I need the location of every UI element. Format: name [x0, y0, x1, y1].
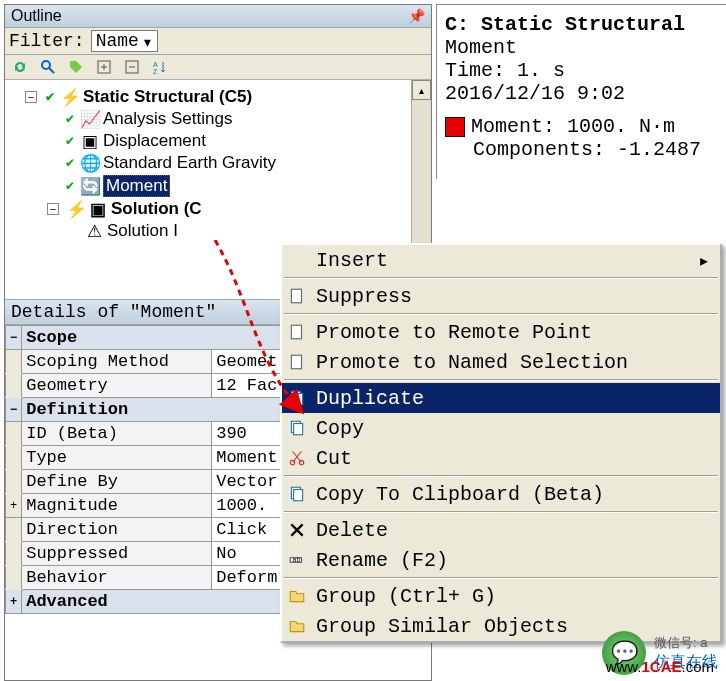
menu-separator [284, 577, 718, 579]
menu-promote-remote[interactable]: Promote to Remote Point [282, 317, 720, 347]
filter-dropdown[interactable]: Name [91, 30, 158, 52]
menu-insert[interactable]: Insert▸ [282, 245, 720, 275]
menu-suppress[interactable]: Suppress [282, 281, 720, 311]
tree-displacement[interactable]: ✔▣Displacement [25, 130, 427, 152]
copy-icon [286, 485, 308, 503]
svg-text:A: A [153, 61, 158, 68]
info-moment: Moment: 1000. N·m [445, 115, 718, 138]
info-panel: C: Static Structural Moment Time: 1. s 2… [436, 4, 726, 179]
collapse-toggle[interactable]: − [25, 91, 37, 103]
scroll-up-icon[interactable]: ▴ [412, 80, 431, 100]
prop-key: Type [22, 446, 212, 470]
lightning-icon: ⚡ [67, 200, 85, 218]
cube-icon: ▣ [89, 200, 107, 218]
tree-solution[interactable]: −⚡▣Solution (C [25, 198, 427, 220]
watermark: 💬 微信号: a 仿真在线 www.1CAE.com [602, 631, 718, 675]
find-icon[interactable] [39, 58, 57, 76]
color-swatch-icon [445, 117, 465, 137]
doc-icon [286, 323, 308, 341]
doc-icon [286, 287, 308, 305]
menu-delete[interactable]: Delete [282, 515, 720, 545]
tree-label: Displacement [103, 131, 206, 151]
check-icon: ✔ [65, 134, 75, 148]
brand-url: www.1CAE.com [606, 658, 714, 675]
folder-icon [286, 617, 308, 635]
menu-copy-clipboard[interactable]: Copy To Clipboard (Beta) [282, 479, 720, 509]
tag-icon[interactable] [67, 58, 85, 76]
tree-moment[interactable]: ✔🔄Moment [25, 174, 427, 198]
expand-icon[interactable] [95, 58, 113, 76]
prop-key: Define By [22, 470, 212, 494]
tree-label: Solution I [107, 221, 178, 241]
gravity-icon: 🌐 [81, 154, 99, 172]
tree-solution-info[interactable]: ⚠Solution I [25, 220, 427, 242]
group-toggle[interactable]: + [6, 590, 22, 614]
check-icon: ✔ [65, 179, 75, 193]
menu-label: Promote to Remote Point [316, 321, 592, 344]
menu-separator [284, 277, 718, 279]
submenu-arrow-icon: ▸ [698, 248, 710, 273]
tree-gravity[interactable]: ✔🌐Standard Earth Gravity [25, 152, 427, 174]
menu-duplicate[interactable]: Duplicate [282, 383, 720, 413]
menu-label: Duplicate [316, 387, 424, 410]
tree-label: Analysis Settings [103, 109, 232, 129]
menu-label: Rename (F2) [316, 549, 448, 572]
outline-tree[interactable]: − ✔ ⚡ Static Structural (C5) ✔📈Analysis … [5, 80, 431, 248]
tree-label-selected: Moment [103, 175, 170, 197]
menu-separator [284, 313, 718, 315]
filter-label: Filter: [9, 31, 85, 51]
tree-label: Static Structural (C5) [83, 87, 252, 107]
svg-text:Z: Z [153, 68, 158, 75]
refresh-icon[interactable] [11, 58, 29, 76]
menu-label: Copy [316, 417, 364, 440]
group-toggle[interactable]: − [6, 326, 22, 350]
cube-icon: ▣ [81, 132, 99, 150]
collapse-toggle[interactable]: − [47, 203, 59, 215]
menu-cut[interactable]: Cut [282, 443, 720, 473]
prop-key: Suppressed [22, 542, 212, 566]
info-line: Moment [445, 36, 718, 59]
menu-promote-named[interactable]: Promote to Named Selection [282, 347, 720, 377]
tree-label: Standard Earth Gravity [103, 153, 276, 173]
group-toggle[interactable]: + [6, 494, 22, 518]
menu-group[interactable]: Group (Ctrl+ G) [282, 581, 720, 611]
menu-copy[interactable]: Copy [282, 413, 720, 443]
tree-static-structural[interactable]: − ✔ ⚡ Static Structural (C5) [25, 86, 427, 108]
menu-label: Promote to Named Selection [316, 351, 628, 374]
info-line: Components: -1.2487 [445, 138, 718, 161]
menu-label: Suppress [316, 285, 412, 308]
menu-label: Insert [316, 249, 388, 272]
folder-icon [286, 587, 308, 605]
filter-row: Filter: Name [5, 28, 431, 55]
doc-icon [286, 353, 308, 371]
svg-text:ab: ab [293, 556, 301, 564]
copy-icon [286, 419, 308, 437]
menu-separator [284, 379, 718, 381]
pin-icon[interactable]: 📌 [408, 8, 425, 24]
prop-key: Scoping Method [22, 350, 212, 374]
svg-rect-10 [291, 325, 301, 339]
tree-label: Solution (C [111, 199, 202, 219]
collapse-icon[interactable] [123, 58, 141, 76]
svg-line-1 [49, 68, 54, 73]
copy-icon [286, 389, 308, 407]
rename-icon: ab [286, 551, 308, 569]
check-icon: ✔ [65, 112, 75, 126]
context-menu: Insert▸ Suppress Promote to Remote Point… [280, 243, 722, 643]
group-toggle[interactable]: − [6, 398, 22, 422]
menu-label: Group Similar Objects [316, 615, 568, 638]
tree-analysis-settings[interactable]: ✔📈Analysis Settings [25, 108, 427, 130]
svg-rect-15 [294, 424, 303, 435]
menu-rename[interactable]: abRename (F2) [282, 545, 720, 575]
prop-key: Behavior [22, 566, 212, 590]
menu-label: Delete [316, 519, 388, 542]
lightning-icon: ⚡ [61, 88, 79, 106]
prop-key: ID (Beta) [22, 422, 212, 446]
info-line: Moment: 1000. N·m [471, 115, 675, 138]
outline-title: Outline [11, 7, 62, 25]
menu-label: Group (Ctrl+ G) [316, 585, 496, 608]
sort-icon[interactable]: AZ [151, 58, 169, 76]
menu-label: Cut [316, 447, 352, 470]
svg-rect-9 [291, 289, 301, 303]
wechat-label: 微信号: a [654, 634, 718, 652]
